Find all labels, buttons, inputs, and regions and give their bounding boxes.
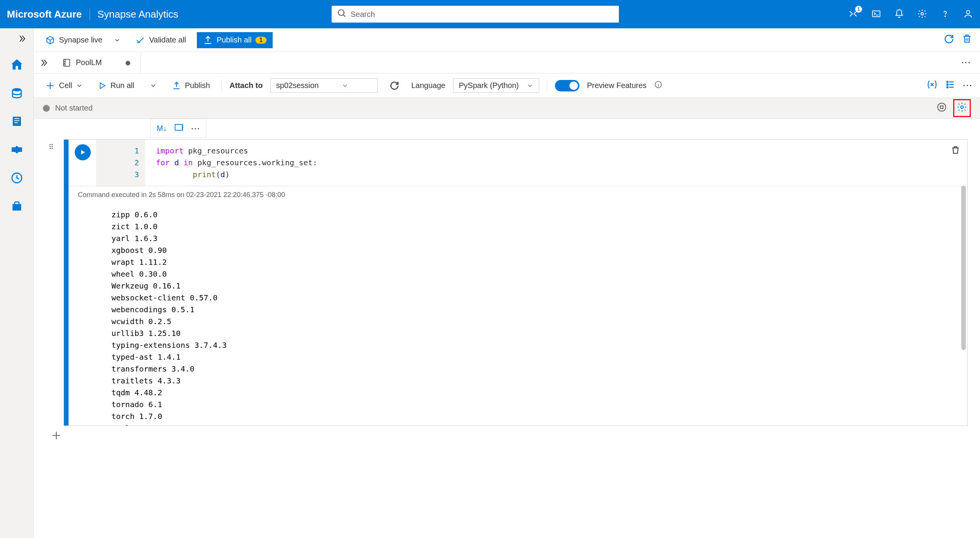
discard-icon[interactable] <box>962 33 972 47</box>
settings-icon[interactable] <box>917 9 927 20</box>
validate-label: Validate all <box>149 36 186 44</box>
brand-label[interactable]: Microsoft Azure <box>7 8 82 20</box>
svg-line-1 <box>343 15 345 16</box>
global-search[interactable]: Search <box>332 6 619 23</box>
delete-cell-icon[interactable] <box>951 145 960 156</box>
search-placeholder: Search <box>351 10 375 19</box>
attach-value: sp02session <box>276 81 319 90</box>
cell-active-strip <box>64 140 69 426</box>
notifications-icon[interactable] <box>894 9 904 20</box>
integrate-icon[interactable] <box>8 141 25 158</box>
header-icons: 1 <box>848 9 973 20</box>
cell-drag-handle-icon[interactable]: ⠿ <box>49 143 54 151</box>
svg-rect-12 <box>12 204 21 210</box>
svg-point-20 <box>961 106 964 109</box>
add-cell-button[interactable]: Cell <box>41 78 87 93</box>
publish-count: 1 <box>255 37 267 44</box>
code-cell: ⠿ 123 import pkg_resources for d in pkg_… <box>64 139 968 426</box>
svg-point-6 <box>12 88 21 91</box>
variables-icon[interactable] <box>926 79 938 92</box>
notebook-area: M↓ ⋯ ⠿ 123 import pkg <box>34 119 980 538</box>
publish-button[interactable]: Publish <box>168 79 214 93</box>
refresh-icon[interactable] <box>943 33 955 47</box>
toolbar-separator <box>547 79 547 92</box>
session-status-bar: Not started <box>34 98 980 119</box>
run-cell-button[interactable] <box>75 144 91 160</box>
notif-badge: 1 <box>855 6 862 13</box>
svg-point-4 <box>945 16 946 16</box>
logo-area: Microsoft Azure Synapse Analytics <box>7 8 178 20</box>
azure-header: Microsoft Azure Synapse Analytics Search… <box>0 0 980 28</box>
output-scrollbar[interactable] <box>960 140 967 426</box>
monitor-icon[interactable] <box>8 170 25 186</box>
feedback-icon[interactable] <box>963 9 973 20</box>
directory-switch-icon[interactable]: 1 <box>848 9 858 20</box>
toolbar-more-icon[interactable]: ⋯ <box>962 80 972 91</box>
execution-meta: Command executed in 2s 58ms on 02-23-202… <box>69 186 967 204</box>
language-label: Language <box>411 81 445 90</box>
svg-point-18 <box>938 103 946 111</box>
left-nav-rail <box>0 28 34 538</box>
code-editor[interactable]: 123 import pkg_resources for d in pkg_re… <box>69 140 967 186</box>
product-label[interactable]: Synapse Analytics <box>98 8 178 20</box>
language-select[interactable]: PySpark (Python) <box>453 78 539 93</box>
svg-rect-19 <box>941 106 943 109</box>
svg-point-5 <box>967 10 970 14</box>
toolbar-separator <box>221 79 222 92</box>
code-content[interactable]: import pkg_resources for d in pkg_resour… <box>145 140 967 186</box>
session-settings-highlighted[interactable] <box>953 99 971 117</box>
develop-icon[interactable] <box>8 113 25 130</box>
manage-icon[interactable] <box>8 198 25 215</box>
svg-rect-8 <box>14 118 19 119</box>
preview-toggle[interactable] <box>555 80 579 91</box>
svg-rect-10 <box>14 122 18 123</box>
svg-rect-13 <box>64 59 70 66</box>
line-numbers: 123 <box>96 140 145 186</box>
run-dropdown[interactable] <box>146 80 160 91</box>
attach-select[interactable]: sp02session <box>270 78 378 93</box>
cell-run-below-icon[interactable] <box>174 123 184 134</box>
expand-tabs-icon[interactable] <box>34 58 53 68</box>
svg-rect-2 <box>872 11 880 16</box>
publish-all-button[interactable]: Publish all 1 <box>197 32 273 48</box>
workspace-mode[interactable]: Synapse live <box>41 33 124 47</box>
data-icon[interactable] <box>8 85 25 101</box>
svg-point-17 <box>947 86 948 88</box>
cell-output: zipp 0.6.0 zict 1.0.0 yarl 1.6.3 xgboost… <box>69 204 967 426</box>
main-area: Synapse live Validate all Publish all 1 <box>34 28 980 538</box>
mode-label: Synapse live <box>59 36 102 44</box>
workspace-toolbar: Synapse live Validate all Publish all 1 <box>34 28 980 52</box>
cell-toolbar: M↓ ⋯ <box>150 119 206 138</box>
svg-rect-21 <box>175 124 183 130</box>
validate-all-button[interactable]: Validate all <box>131 33 190 47</box>
cloud-shell-icon[interactable] <box>871 9 881 20</box>
session-refresh-icon[interactable] <box>385 78 404 93</box>
help-icon[interactable] <box>940 9 950 20</box>
publish-label: Publish all <box>217 36 252 44</box>
svg-point-15 <box>947 81 948 83</box>
publish-label: Publish <box>185 81 210 90</box>
add-cell-below-icon[interactable] <box>51 436 62 442</box>
svg-point-3 <box>921 12 924 15</box>
search-icon <box>337 8 347 20</box>
info-icon[interactable] <box>654 80 663 91</box>
tab-poollm[interactable]: PoolLM ● <box>53 52 141 73</box>
stop-session-icon[interactable] <box>936 102 947 114</box>
cell-label: Cell <box>59 81 72 90</box>
svg-point-0 <box>338 10 344 15</box>
attach-label: Attach to <box>229 81 263 90</box>
cell-more-icon[interactable]: ⋯ <box>191 123 200 134</box>
outline-icon[interactable] <box>945 79 955 92</box>
expand-rail-icon[interactable] <box>16 34 26 45</box>
run-all-button[interactable]: Run all <box>94 79 138 92</box>
logo-divider <box>90 8 90 20</box>
status-text: Not started <box>55 104 93 112</box>
svg-point-16 <box>947 84 948 85</box>
convert-markdown-button[interactable]: M↓ <box>157 124 167 133</box>
tab-bar: PoolLM ● ⋯ <box>34 52 980 73</box>
preview-label: Preview Features <box>587 81 647 90</box>
home-icon[interactable] <box>8 56 25 73</box>
status-dot-icon <box>43 105 50 112</box>
svg-rect-7 <box>13 117 21 126</box>
tab-more-icon[interactable]: ⋯ <box>961 57 980 68</box>
